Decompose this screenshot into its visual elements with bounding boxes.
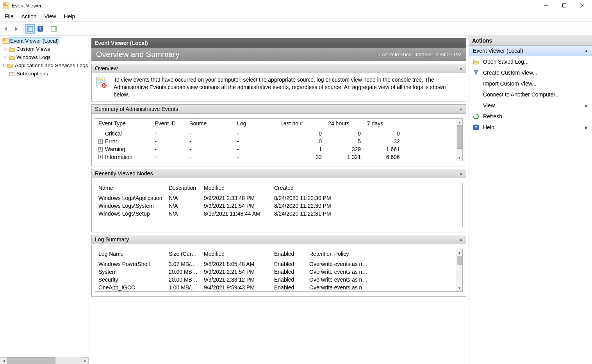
table-row[interactable]: OneApp_IGCC1.00 MB/1...9/4/2021 9:59:43 …	[95, 284, 462, 291]
scroll-down-icon[interactable]: ▾	[456, 154, 462, 161]
help-toolbar-button[interactable]: ?	[36, 24, 45, 34]
svg-text:?: ?	[475, 125, 478, 130]
svg-rect-18	[98, 79, 103, 80]
scroll-down-icon[interactable]: ▾	[456, 285, 462, 291]
table-header-row: Event Type Event ID Source Log Last hour…	[95, 119, 462, 130]
tree-custom-views[interactable]: ▷ Custom Views	[0, 45, 89, 53]
event-viewer-icon	[2, 38, 9, 44]
maximize-button[interactable]	[555, 0, 573, 11]
svg-rect-9	[28, 27, 29, 31]
tree-windows-logs[interactable]: ▷ Windows Logs	[0, 53, 89, 61]
panel-recent: Recently Viewed Nodes ▲ Name Description…	[91, 169, 466, 232]
scroll-right-icon[interactable]: ▸	[82, 357, 89, 364]
tree-subscriptions[interactable]: Subscriptions	[0, 70, 89, 78]
actions-group-head[interactable]: Event Viewer (Local) ▲	[469, 46, 592, 56]
svg-rect-19	[98, 80, 103, 81]
minimize-button[interactable]	[537, 0, 555, 11]
center-pane: Event Viewer (Local) Overview and Summar…	[89, 36, 469, 364]
close-button[interactable]	[573, 0, 591, 11]
table-row[interactable]: Windows Logs\ApplicationN/A9/9/2021 2:33…	[95, 194, 462, 202]
actions-pane: Actions Event Viewer (Local) ▲ Open Save…	[469, 36, 592, 364]
panel-recent-head[interactable]: Recently Viewed Nodes ▲	[92, 169, 466, 178]
menu-file[interactable]: File	[1, 11, 18, 21]
svg-rect-2	[4, 5, 8, 6]
expand-box-icon[interactable]: +	[98, 147, 103, 152]
table-row[interactable]: Critical---000	[95, 130, 462, 137]
scroll-left-icon[interactable]: ◂	[0, 357, 7, 364]
last-refreshed: Last refreshed: 9/9/2021 2:34:27 PM	[379, 52, 462, 57]
action-item[interactable]: View▶	[469, 100, 592, 111]
expander-icon[interactable]: ▷	[3, 63, 6, 68]
panel-logsum: Log Summary ▲ Log Name Size (Curre... Mo…	[91, 235, 466, 297]
refresh-icon	[473, 113, 479, 120]
expand-box-icon[interactable]: +	[98, 139, 103, 144]
menu-action[interactable]: Action	[18, 11, 41, 21]
chevron-right-icon: ▶	[585, 103, 588, 108]
table-row[interactable]: Windows Logs\SystemN/A9/9/2021 2:21:54 P…	[95, 202, 462, 210]
blank-icon	[473, 102, 479, 109]
chevron-right-icon: ▶	[585, 125, 588, 130]
table-header-row: Name Description Modified Created	[95, 183, 462, 194]
panel-logsum-head[interactable]: Log Summary ▲	[92, 235, 466, 244]
help-icon: ?	[473, 124, 479, 130]
folder-icon	[9, 54, 15, 61]
collapse-icon[interactable]: ▲	[459, 107, 463, 111]
action-item[interactable]: ?Help▶	[469, 122, 592, 133]
table-row[interactable]: Windows PowerShell3.07 MB/1...9/8/2021 8…	[95, 260, 462, 268]
collapse-icon[interactable]: ▲	[459, 237, 463, 241]
panel-overview-head[interactable]: Overview ▲	[92, 64, 466, 73]
table-row[interactable]: System20.00 MB/...9/9/2021 2:21:54 PMEna…	[95, 268, 462, 276]
summary-table-wrap: Event Type Event ID Source Log Last hour…	[95, 118, 463, 161]
table-row[interactable]: Windows Logs\SetupN/A8/15/2021 11:48:44 …	[95, 210, 462, 218]
preview-pane-button[interactable]	[49, 24, 59, 34]
nav-forward-button[interactable]	[12, 24, 21, 34]
tree-app-services-logs[interactable]: ▷ Applications and Services Logs	[0, 61, 89, 70]
scroll-up-icon[interactable]: ▴	[456, 249, 462, 256]
action-item[interactable]: Import Custom View...	[469, 78, 592, 89]
svg-text:?: ?	[39, 27, 42, 31]
center-header: Event Viewer (Local)	[91, 38, 466, 48]
expander-icon[interactable]: ▷	[3, 55, 8, 59]
menu-bar: File Action View Help	[0, 11, 592, 22]
recent-table[interactable]: Name Description Modified Created Window…	[95, 183, 462, 218]
tree-root[interactable]: Event Viewer (Local)	[0, 37, 89, 45]
svg-rect-5	[563, 4, 566, 7]
menu-help[interactable]: Help	[60, 11, 79, 21]
summary-v-scrollbar[interactable]: ▴ ▾	[456, 119, 462, 161]
collapse-icon[interactable]: ▲	[585, 49, 588, 53]
expander-icon[interactable]: ▷	[3, 47, 8, 51]
nav-back-button[interactable]	[2, 24, 11, 34]
action-item[interactable]: Open Saved Log...	[469, 56, 592, 67]
action-item[interactable]: Connect to Another Computer...	[469, 89, 592, 100]
collapse-icon[interactable]: ▲	[459, 171, 463, 175]
table-row[interactable]: +Information---331,3216,696	[95, 153, 462, 161]
overview-text: To view events that have occurred on you…	[114, 76, 463, 98]
action-item[interactable]: Refresh	[469, 111, 592, 122]
scroll-up-icon[interactable]: ▴	[456, 119, 462, 125]
tree-root-label: Event Viewer (Local)	[9, 37, 59, 44]
table-row[interactable]: +Warning---13291,661	[95, 145, 462, 153]
overview-titlebar: Overview and Summary Last refreshed: 9/9…	[91, 48, 466, 61]
svg-rect-20	[98, 82, 103, 83]
summary-table[interactable]: Event Type Event ID Source Log Last hour…	[95, 119, 462, 161]
blank-icon	[473, 80, 479, 87]
table-row[interactable]: +Error---0532	[95, 137, 462, 145]
panel-summary: Summary of Administrative Events ▲ Event…	[91, 104, 466, 166]
folder-icon	[7, 62, 13, 69]
folder-open-icon	[473, 59, 479, 65]
svg-rect-3	[4, 7, 8, 7]
collapse-icon[interactable]: ▲	[459, 66, 463, 70]
table-row[interactable]: Security20.00 MB/...9/9/2021 2:33:12 PME…	[95, 276, 462, 284]
main-layout: Event Viewer (Local) ▷ Custom Views ▷ Wi…	[0, 36, 592, 364]
action-item[interactable]: Create Custom View...	[469, 67, 592, 78]
logsum-table[interactable]: Log Name Size (Curre... Modified Enabled…	[95, 249, 462, 291]
tree-h-scrollbar[interactable]: ◂ ▸	[0, 357, 89, 364]
menu-view[interactable]: View	[40, 11, 60, 21]
panel-summary-head[interactable]: Summary of Administrative Events ▲	[92, 105, 466, 114]
show-tree-button[interactable]	[25, 24, 35, 34]
svg-rect-13	[55, 27, 56, 31]
logsum-v-scrollbar[interactable]: ▴ ▾	[456, 249, 462, 291]
console-tree[interactable]: Event Viewer (Local) ▷ Custom Views ▷ Wi…	[0, 36, 89, 357]
expand-box-icon[interactable]: +	[98, 155, 103, 159]
table-header-row: Log Name Size (Curre... Modified Enabled…	[95, 249, 462, 260]
